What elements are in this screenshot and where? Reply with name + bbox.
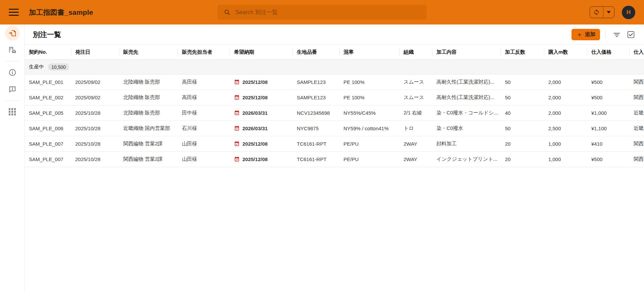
- cell-1-5: SAMPLE123: [293, 90, 339, 105]
- cell-0-1: 2025/09/02: [71, 75, 119, 90]
- due-date: 2026/03/31: [242, 126, 268, 131]
- cell-5-4: 2025/12/08: [230, 152, 293, 167]
- sidebar-item-orders[interactable]: [5, 26, 20, 41]
- cell-3-5: NYC9875: [293, 121, 339, 136]
- cell-4-1: 2025/10/28: [71, 136, 119, 152]
- select-rows-button[interactable]: [625, 29, 637, 40]
- due-date: 2025/12/08: [242, 141, 268, 147]
- table-row[interactable]: SAM_PLE_0072025/10/28関西編物 営業2課山田様 2025/1…: [25, 136, 644, 152]
- company-vehicle-icon: [8, 46, 17, 54]
- column-header-7[interactable]: 組織: [400, 45, 432, 60]
- column-header-9[interactable]: 加工反数: [501, 45, 544, 60]
- cell-0-11: ¥500: [587, 75, 630, 90]
- filter-button[interactable]: [611, 29, 623, 40]
- column-header-3[interactable]: 販売先担当者: [178, 45, 230, 60]
- menu-icon[interactable]: [9, 9, 19, 16]
- refresh-icon[interactable]: [590, 7, 603, 18]
- cell-2-7: 2/1 右綾: [400, 105, 432, 121]
- table-row[interactable]: SAM_PLE_0022025/09/02北陸織物 販売部高田様 2025/12…: [25, 90, 644, 105]
- table-row[interactable]: SAM_PLE_0052025/10/28北陸織物 販売部田中様 2026/03…: [25, 105, 644, 121]
- column-header-2[interactable]: 販売先: [119, 45, 178, 60]
- cell-2-10: 2,000: [544, 105, 587, 121]
- cell-3-10: 2,500: [544, 121, 587, 136]
- search-input[interactable]: [235, 9, 420, 16]
- cell-4-4: 2025/12/08: [230, 136, 293, 152]
- column-header-1[interactable]: 発注日: [71, 45, 119, 60]
- cell-0-4: 2025/12/08: [230, 75, 293, 90]
- cell-4-6: PE/PU: [339, 136, 400, 152]
- column-header-5[interactable]: 生地品番: [293, 45, 339, 60]
- add-button[interactable]: ＋ 追加: [571, 29, 600, 40]
- due-date: 2025/12/08: [242, 156, 268, 162]
- cell-2-9: 40: [501, 105, 544, 121]
- group-row-production[interactable]: 生産中 10,500: [25, 60, 644, 75]
- cell-5-2: 関西編物 営業2課: [119, 152, 178, 167]
- cell-1-9: 50: [501, 90, 544, 105]
- column-header-6[interactable]: 混率: [339, 45, 400, 60]
- cell-0-8: 高耐久性(工業洗濯対応)...: [432, 75, 501, 90]
- cell-4-8: 顔料加工: [432, 136, 501, 152]
- sidebar-item-info[interactable]: [5, 65, 20, 80]
- cell-1-2: 北陸織物 販売部: [119, 90, 178, 105]
- sidebar-item-company[interactable]: [5, 43, 20, 57]
- cell-0-7: スムース: [400, 75, 432, 90]
- due-date: 2025/12/08: [242, 79, 268, 85]
- cell-1-4: 2025/12/08: [230, 90, 293, 105]
- calendar-check-icon: [234, 79, 240, 85]
- column-header-11[interactable]: 仕入価格: [587, 45, 630, 60]
- cell-5-5: TC6161-RPT: [293, 152, 339, 167]
- cell-1-10: 2,000: [544, 90, 587, 105]
- column-header-0[interactable]: 契約No.: [25, 45, 71, 60]
- due-date: 2026/03/31: [242, 110, 268, 116]
- cell-3-4: 2026/03/31: [230, 121, 293, 136]
- cell-5-12: 関西: [630, 152, 644, 167]
- table-row[interactable]: SAM_PLE_0012025/09/02北陸織物 販売部高田様 2025/12…: [25, 75, 644, 90]
- column-header-8[interactable]: 加工内容: [432, 45, 501, 60]
- cell-0-0: SAM_PLE_001: [25, 75, 71, 90]
- cell-2-4: 2026/03/31: [230, 105, 293, 121]
- cell-0-10: 2,000: [544, 75, 587, 90]
- cell-1-8: 高耐久性(工業洗濯対応)...: [432, 90, 501, 105]
- cell-1-11: ¥500: [587, 90, 630, 105]
- cell-2-11: ¥1,000: [587, 105, 630, 121]
- sidebar-divider: [5, 100, 19, 101]
- page-title: 別注一覧: [33, 30, 61, 39]
- cell-2-0: SAM_PLE_005: [25, 105, 71, 121]
- cell-0-3: 高田様: [178, 75, 230, 90]
- cell-2-6: NY55%/C45%: [339, 105, 400, 121]
- table-row[interactable]: SAM_PLE_0072025/10/28関西編物 営業2課山田様 2025/1…: [25, 152, 644, 167]
- sidebar-item-feedback[interactable]: [5, 82, 20, 97]
- cell-5-8: インクジェットプリント...: [432, 152, 501, 167]
- avatar[interactable]: H: [622, 6, 635, 19]
- cell-1-6: PE 100%: [339, 90, 400, 105]
- cell-2-8: 染・C0撥水・コールドシ...: [432, 105, 501, 121]
- records-table-container: 契約No.発注日販売先販売先担当者希望納期生地品番混率組織加工内容加工反数購入m…: [25, 44, 644, 291]
- cell-3-11: ¥1,100: [587, 121, 630, 136]
- cell-3-3: 石川様: [178, 121, 230, 136]
- cell-1-12: 関西: [630, 90, 644, 105]
- column-header-4[interactable]: 希望納期: [230, 45, 293, 60]
- cell-3-0: SAM_PLE_006: [25, 121, 71, 136]
- info-icon: [8, 68, 17, 77]
- list-toolbar: 別注一覧 ＋ 追加: [25, 25, 644, 44]
- table-row[interactable]: SAM_PLE_0062025/10/28近畿織物 国内営業部石川様 2026/…: [25, 121, 644, 136]
- app-window: 加工指図書_sample H: [0, 0, 644, 291]
- cell-5-3: 山田様: [178, 152, 230, 167]
- sidebar-item-apps[interactable]: [5, 104, 20, 119]
- search-bar[interactable]: [218, 5, 426, 20]
- group-count-badge: 10,500: [48, 63, 69, 70]
- app-title: 加工指図書_sample: [29, 8, 93, 17]
- sync-dropdown-button[interactable]: [603, 7, 614, 18]
- group-cell: 生産中 10,500: [25, 60, 644, 75]
- cell-4-11: ¥410: [587, 136, 630, 152]
- cell-5-10: 1,000: [544, 152, 587, 167]
- column-header-12[interactable]: 仕入: [630, 45, 644, 60]
- cell-0-6: PE 100%: [339, 75, 400, 90]
- cell-2-5: NCV12345698: [293, 105, 339, 121]
- cell-5-11: ¥500: [587, 152, 630, 167]
- cell-1-3: 高田様: [178, 90, 230, 105]
- cell-2-2: 北陸織物 販売部: [119, 105, 178, 121]
- cell-3-7: トロ: [400, 121, 432, 136]
- column-header-10[interactable]: 購入m数: [544, 45, 587, 60]
- cell-5-9: 20: [501, 152, 544, 167]
